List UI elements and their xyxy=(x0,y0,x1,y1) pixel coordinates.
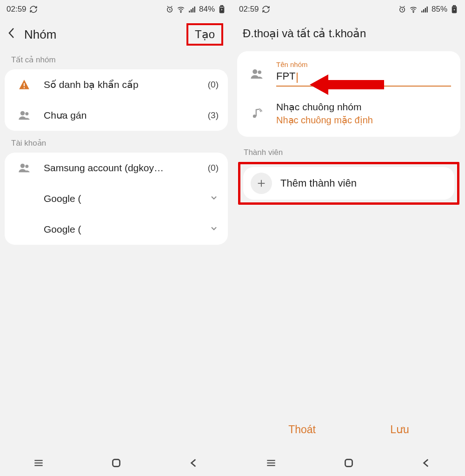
nav-home[interactable] xyxy=(330,457,367,469)
group-label: Chưa gán xyxy=(44,110,199,121)
battery-icon xyxy=(218,5,226,13)
page-title: Đ.thoại và tất cả t.khoản xyxy=(243,27,455,40)
ringtone-row[interactable]: Nhạc chuông nhóm Nhạc chuông mặc định xyxy=(237,94,460,135)
svg-rect-24 xyxy=(426,7,427,13)
svg-point-1 xyxy=(180,12,181,13)
account-row-google-1[interactable]: Google ( xyxy=(5,183,228,214)
group-count: (3) xyxy=(208,110,219,121)
svg-rect-37 xyxy=(345,459,352,466)
warning-icon xyxy=(14,79,34,91)
account-label: Google ( xyxy=(44,224,200,235)
chevron-down-icon xyxy=(209,193,219,205)
svg-rect-22 xyxy=(423,9,424,13)
svg-point-28 xyxy=(252,69,257,74)
svg-rect-4 xyxy=(193,8,193,13)
save-button[interactable]: Lưu xyxy=(390,423,409,436)
chevron-down-icon xyxy=(209,224,219,235)
account-count: (0) xyxy=(208,163,219,173)
header: Đ.thoại và tất cả t.khoản xyxy=(232,19,465,51)
sync-icon xyxy=(29,5,38,13)
people-icon xyxy=(246,67,267,81)
text-cursor xyxy=(297,73,298,83)
nav-back[interactable] xyxy=(175,457,213,469)
signal-icon xyxy=(188,5,196,13)
svg-rect-26 xyxy=(453,6,456,7)
nav-recent[interactable] xyxy=(20,457,57,469)
group-row-unassigned[interactable]: Chưa gán (3) xyxy=(5,100,228,131)
highlight-box: Thêm thành viên xyxy=(238,162,459,205)
section-accounts: Tài khoản xyxy=(0,134,232,153)
back-icon[interactable] xyxy=(7,27,16,43)
svg-point-11 xyxy=(20,111,25,115)
plus-icon xyxy=(251,173,272,194)
group-name-row[interactable]: Tên nhóm FPT xyxy=(237,53,460,94)
svg-point-14 xyxy=(25,165,28,168)
android-navbar xyxy=(0,450,232,476)
group-settings-card: Tên nhóm FPT Nhạc chuông nhóm Nhạc chuôn… xyxy=(237,51,460,137)
svg-rect-10 xyxy=(24,87,25,88)
signal-icon xyxy=(420,5,429,13)
svg-rect-7 xyxy=(221,6,223,7)
svg-rect-9 xyxy=(24,83,25,87)
status-battery-text: 84% xyxy=(199,5,215,14)
account-label: Google ( xyxy=(44,193,200,204)
group-name-label: Tên nhóm xyxy=(276,60,451,68)
group-count: (0) xyxy=(208,80,219,90)
groups-card: Số danh bạ khẩn cấp (0) Chưa gán (3) xyxy=(5,69,228,131)
nav-recent[interactable] xyxy=(252,457,290,469)
ringtone-label: Nhạc chuông nhóm xyxy=(276,101,373,113)
svg-rect-23 xyxy=(425,8,426,13)
header: Nhóm Tạo xyxy=(0,19,232,50)
alarm-icon xyxy=(166,5,174,13)
alarm-icon xyxy=(398,5,406,13)
status-bar: 02:59 84% xyxy=(0,0,232,19)
svg-point-29 xyxy=(258,71,262,74)
group-name-input[interactable]: FPT xyxy=(276,70,296,82)
wifi-icon xyxy=(409,5,418,13)
account-label: Samsung account (dgkoy… xyxy=(44,162,199,174)
accounts-card: Samsung account (dgkoy… (0) Google ( Goo… xyxy=(5,153,228,245)
section-all-groups: Tất cả nhóm xyxy=(0,50,232,69)
svg-rect-18 xyxy=(113,459,120,466)
svg-rect-2 xyxy=(189,11,190,13)
status-time: 02:59 xyxy=(7,5,27,14)
svg-rect-21 xyxy=(421,11,422,13)
account-row-samsung[interactable]: Samsung account (dgkoy… (0) xyxy=(5,153,228,183)
people-icon xyxy=(14,109,34,122)
phone-left: 02:59 84% xyxy=(0,0,232,476)
create-button[interactable]: Tạo xyxy=(191,25,219,43)
wifi-icon xyxy=(177,5,185,13)
svg-rect-5 xyxy=(194,7,195,13)
nav-home[interactable] xyxy=(98,457,135,469)
ringtone-value: Nhạc chuông mặc định xyxy=(276,114,373,126)
page-title: Nhóm xyxy=(24,27,56,42)
svg-rect-3 xyxy=(191,9,192,13)
group-label: Số danh bạ khẩn cấp xyxy=(44,79,199,90)
svg-point-12 xyxy=(25,112,28,115)
svg-point-13 xyxy=(20,164,25,168)
battery-icon xyxy=(450,5,458,13)
phone-right: 02:59 85% xyxy=(232,0,465,476)
status-time: 02:59 xyxy=(239,5,259,14)
cancel-button[interactable]: Thoát xyxy=(288,423,316,436)
add-member-button[interactable]: Thêm thành viên xyxy=(243,167,454,200)
svg-point-20 xyxy=(413,12,414,13)
android-navbar xyxy=(232,450,465,476)
account-row-google-2[interactable]: Google ( xyxy=(5,214,228,245)
section-members: Thành viên xyxy=(232,143,465,162)
people-icon xyxy=(14,161,34,174)
add-member-label: Thêm thành viên xyxy=(280,177,357,189)
music-note-icon xyxy=(246,107,267,120)
status-bar: 02:59 85% xyxy=(232,0,465,19)
nav-back[interactable] xyxy=(408,457,445,469)
sync-icon xyxy=(262,5,270,13)
status-battery-text: 85% xyxy=(432,5,447,14)
bottom-action-bar: Thoát Lưu xyxy=(232,411,465,448)
group-row-emergency[interactable]: Số danh bạ khẩn cấp (0) xyxy=(5,69,228,100)
